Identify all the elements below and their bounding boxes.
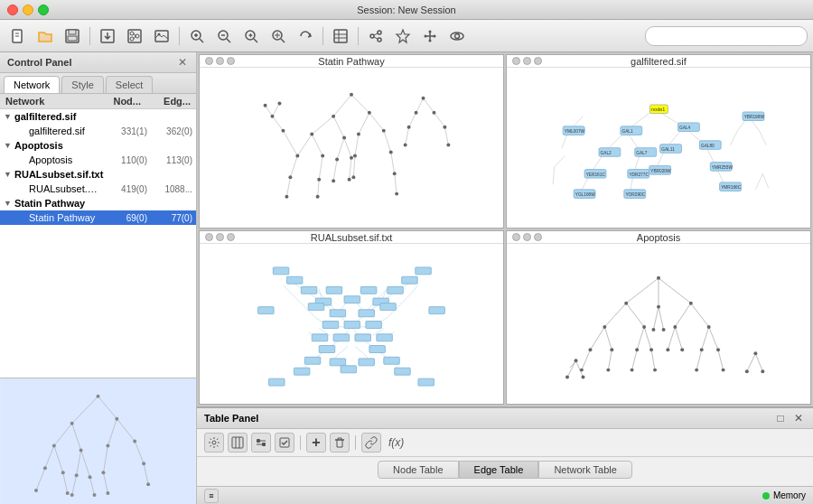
table-filter-button[interactable] — [251, 433, 271, 453]
svg-point-34 — [378, 31, 381, 34]
col-network-header: Network — [5, 96, 91, 107]
svg-point-317 — [603, 325, 606, 329]
svg-text:YML007W: YML007W — [565, 129, 585, 134]
tab-node-table[interactable]: Node Table — [378, 461, 458, 479]
zoom-selected-button[interactable] — [266, 23, 291, 49]
star-button[interactable] — [390, 23, 416, 49]
ptl-rual-close[interactable] — [205, 233, 213, 241]
zoom-in-button[interactable] — [184, 23, 210, 49]
tab-network[interactable]: Network — [4, 76, 60, 93]
table-delete-button[interactable] — [330, 433, 350, 453]
save-button[interactable] — [60, 23, 85, 49]
ptl-rual-min[interactable] — [216, 233, 224, 241]
svg-point-140 — [277, 101, 281, 105]
svg-point-125 — [350, 156, 353, 160]
network-item-apoptosis[interactable]: Apoptosis 110(0) 113(0) — [0, 153, 196, 167]
svg-point-332 — [606, 369, 610, 372]
new-session-button[interactable] — [5, 23, 31, 49]
svg-rect-263 — [286, 276, 302, 284]
open-button[interactable] — [33, 23, 58, 49]
ptl-gal-min[interactable] — [523, 57, 531, 65]
main-toolbar: ✦ — [0, 20, 813, 52]
fx-label: f(x) — [388, 436, 404, 449]
network-item-statin[interactable]: Statin Pathway 69(0) 77(0) — [0, 210, 196, 225]
panel-close-button[interactable]: ✕ — [176, 56, 189, 69]
svg-rect-276 — [359, 359, 374, 366]
network-group-label-gal: galfiltered.sif — [14, 111, 192, 122]
ptl-apo-max[interactable] — [534, 233, 542, 241]
mini-network-preview — [0, 378, 196, 504]
svg-rect-284 — [540, 249, 777, 404]
layout-button[interactable] — [417, 23, 443, 49]
close-button[interactable] — [7, 5, 18, 15]
network-panel-apoptosis[interactable]: Apoptosis — [506, 230, 811, 405]
minimize-button[interactable] — [23, 5, 33, 15]
import-button[interactable] — [95, 23, 120, 49]
svg-point-69 — [133, 440, 136, 443]
table-tabs: Node Table Edge Table Network Table — [197, 457, 813, 482]
svg-rect-270 — [380, 303, 396, 311]
network-label-gal: galfiltered.sif — [29, 126, 102, 136]
svg-rect-279 — [341, 366, 356, 373]
zoom-fit-button[interactable]: ✦ — [238, 23, 264, 49]
network-panel-rual[interactable]: RUALsubset.sif.txt — [199, 230, 504, 405]
table-add-button[interactable]: + — [306, 433, 326, 453]
table-settings-button[interactable] — [204, 433, 224, 453]
network-group-apoptosis[interactable]: ▼ Apoptosis — [0, 138, 196, 153]
eye-button[interactable] — [444, 23, 470, 49]
export-network-button[interactable] — [122, 23, 147, 49]
svg-text:YBR020W: YBR020W — [650, 169, 671, 173]
svg-text:YMR166C: YMR166C — [721, 185, 742, 190]
svg-point-121 — [357, 133, 360, 136]
network-group-rual[interactable]: ▼ RUALsubset.sif.txt — [0, 167, 196, 182]
export-image-button[interactable] — [149, 23, 174, 49]
refresh-button[interactable] — [293, 23, 318, 49]
search-input[interactable] — [645, 26, 808, 46]
edge-count-statin: 77(0) — [147, 213, 192, 223]
ptl-rual-max[interactable] — [227, 233, 235, 241]
network-group-galfiltered[interactable]: ▼ galfiltered.sif — [0, 109, 196, 124]
node-table-button[interactable] — [328, 23, 353, 49]
table-panel-resize-button[interactable]: □ — [773, 411, 788, 425]
ptl-apo-close[interactable] — [512, 233, 520, 241]
table-link-button[interactable] — [361, 433, 381, 453]
svg-point-70 — [106, 443, 109, 447]
expand-icon-rual: ▼ — [4, 170, 14, 179]
tab-edge-table[interactable]: Edge Table — [459, 461, 539, 479]
network-item-galfiltered[interactable]: galfiltered.sif 331(1) 362(0) — [0, 124, 196, 138]
network-panel-statin[interactable]: Statin Pathway — [199, 54, 504, 229]
edge-count-gal: 362(0) — [147, 126, 192, 136]
status-bar: ≡ Memory — [197, 486, 813, 504]
svg-rect-249 — [344, 322, 360, 329]
ptl-close[interactable] — [205, 57, 213, 65]
svg-point-330 — [716, 348, 720, 351]
ptl-gal-close[interactable] — [512, 57, 520, 65]
node-count-apo: 110(0) — [102, 155, 147, 165]
zoom-out-button[interactable] — [211, 23, 237, 49]
ptl-gal-max[interactable] — [534, 57, 542, 65]
ptl-min[interactable] — [216, 57, 224, 65]
table-columns-button[interactable] — [228, 433, 248, 453]
share-button[interactable] — [363, 23, 388, 49]
status-bar-icon[interactable]: ≡ — [204, 489, 219, 503]
tab-select[interactable]: Select — [106, 76, 154, 93]
table-checkbox-button[interactable] — [275, 433, 294, 453]
svg-line-37 — [374, 37, 378, 39]
network-item-rual[interactable]: RUALsubset.sif.txt 419(0) 1088... — [0, 182, 196, 196]
maximize-button[interactable] — [38, 5, 49, 15]
table-panel-close-button[interactable]: ✕ — [791, 411, 806, 425]
ptl-apo-min[interactable] — [523, 233, 531, 241]
svg-point-131 — [348, 178, 351, 182]
svg-point-132 — [393, 172, 397, 175]
network-group-statin[interactable]: ▼ Statin Pathway — [0, 196, 196, 210]
svg-point-77 — [34, 489, 38, 492]
tab-style[interactable]: Style — [61, 76, 103, 93]
svg-point-129 — [317, 178, 321, 182]
tab-network-table[interactable]: Network Table — [538, 461, 632, 479]
panel-title-apoptosis: Apoptosis — [637, 232, 680, 243]
svg-rect-262 — [384, 357, 399, 364]
network-panel-galfiltered[interactable]: galfiltered.sif — [506, 54, 811, 229]
svg-point-79 — [70, 493, 74, 497]
panel-header-rual: RUALsubset.sif.txt — [200, 231, 503, 244]
ptl-max[interactable] — [227, 57, 235, 65]
